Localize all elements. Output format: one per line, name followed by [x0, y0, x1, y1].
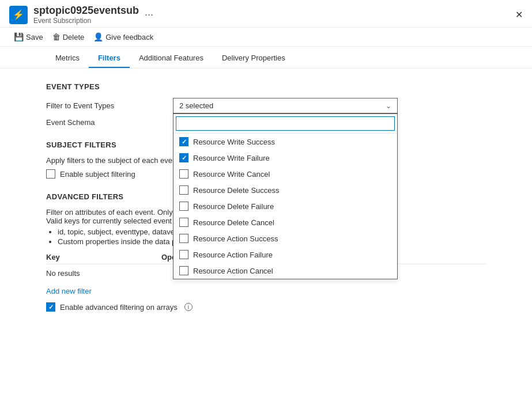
dropdown-item-label: Resource Delete Failure: [193, 202, 274, 211]
page-title: sptopic0925eventsub: [33, 5, 139, 17]
chevron-down-icon: ⌄: [386, 102, 391, 110]
enable-advanced-checkbox[interactable]: [46, 302, 55, 312]
header-title-group: sptopic0925eventsub Event Subscription: [33, 5, 139, 25]
feedback-label: Give feedback: [105, 33, 153, 41]
close-button[interactable]: ✕: [515, 9, 523, 20]
tab-metrics[interactable]: Metrics: [46, 49, 89, 68]
dropdown-item-label: Resource Action Success: [193, 234, 278, 243]
dropdown-item[interactable]: Resource Action Failure: [173, 246, 397, 263]
save-button[interactable]: 💾 Save: [9, 30, 48, 44]
dropdown-item-label: Resource Write Cancel: [193, 170, 270, 179]
filter-event-types-row: Filter to Event Types 2 selected ⌄ Resou…: [46, 98, 486, 113]
col-key-header: Key: [46, 253, 161, 261]
dropdown-item-label: Resource Write Failure: [193, 154, 270, 162]
dropdown-item-checkbox: [179, 234, 188, 243]
dropdown-item-label: Resource Write Success: [193, 138, 275, 146]
dropdown-item[interactable]: Resource Action Cancel: [173, 263, 397, 279]
info-icon[interactable]: i: [184, 303, 193, 311]
event-schema-label: Event Schema: [46, 118, 173, 127]
more-options-icon[interactable]: ···: [145, 9, 153, 21]
tab-delivery[interactable]: Delivery Properties: [213, 49, 295, 68]
delete-icon: 🗑: [52, 32, 61, 41]
tabs: Metrics Filters Additional Features Deli…: [0, 49, 532, 69]
dropdown-item-checkbox: [179, 202, 188, 211]
dropdown-items-list: Resource Write SuccessResource Write Fai…: [173, 134, 397, 279]
dropdown-item-checkbox: [179, 169, 188, 179]
content-area: EVENT TYPES Filter to Event Types 2 sele…: [0, 69, 532, 401]
dropdown-search-input[interactable]: [176, 116, 395, 131]
resource-icon: ⚡: [9, 6, 28, 24]
dropdown-search-container: [173, 114, 397, 134]
tab-additional[interactable]: Additional Features: [130, 49, 213, 68]
dropdown-item[interactable]: Resource Write Failure: [173, 150, 397, 166]
dropdown-item[interactable]: Resource Action Success: [173, 230, 397, 246]
dropdown-item-label: Resource Action Cancel: [193, 267, 273, 275]
dropdown-item-label: Resource Delete Cancel: [193, 218, 274, 227]
enable-subject-checkbox[interactable]: [46, 169, 55, 179]
dropdown-item-checkbox: [179, 185, 188, 195]
delete-button[interactable]: 🗑 Delete: [48, 30, 89, 44]
page-subtitle: Event Subscription: [33, 17, 139, 25]
header-left: ⚡ sptopic0925eventsub Event Subscription…: [9, 5, 153, 25]
event-types-section: EVENT TYPES Filter to Event Types 2 sele…: [46, 82, 486, 127]
toolbar: 💾 Save 🗑 Delete 👤 Give feedback: [0, 28, 532, 47]
dropdown-value: 2 selected: [179, 101, 213, 110]
save-icon: 💾: [14, 32, 24, 41]
event-types-title: EVENT TYPES: [46, 82, 486, 91]
dropdown-item[interactable]: Resource Delete Success: [173, 182, 397, 198]
dropdown-item-checkbox: [179, 250, 188, 259]
dropdown-item[interactable]: Resource Write Cancel: [173, 166, 397, 182]
dropdown-item-checkbox: [179, 137, 188, 146]
dropdown-item-checkbox: [179, 218, 188, 227]
feedback-icon: 👤: [93, 32, 103, 41]
dropdown-item-label: Resource Delete Success: [193, 186, 280, 195]
tab-filters[interactable]: Filters: [89, 49, 130, 68]
dropdown-item-label: Resource Action Failure: [193, 251, 273, 259]
dropdown-item-checkbox: [179, 153, 188, 162]
event-types-dropdown-panel: Resource Write SuccessResource Write Fai…: [173, 113, 398, 279]
dropdown-item[interactable]: Resource Delete Cancel: [173, 214, 397, 230]
event-types-dropdown[interactable]: 2 selected ⌄: [173, 98, 398, 113]
save-label: Save: [26, 33, 43, 41]
dropdown-item-checkbox: [179, 266, 188, 275]
filter-event-types-label: Filter to Event Types: [46, 101, 173, 110]
dropdown-item[interactable]: Resource Write Success: [173, 134, 397, 150]
delete-label: Delete: [63, 33, 85, 41]
add-filter-link[interactable]: Add new filter: [46, 287, 486, 295]
feedback-button[interactable]: 👤 Give feedback: [89, 30, 158, 44]
enable-subject-label: Enable subject filtering: [60, 170, 135, 179]
enable-advanced-label: Enable advanced filtering on arrays: [60, 303, 178, 312]
header: ⚡ sptopic0925eventsub Event Subscription…: [0, 0, 532, 28]
event-types-dropdown-container: 2 selected ⌄ Resource Write SuccessResou…: [173, 98, 398, 113]
enable-advanced-row: Enable advanced filtering on arrays i: [46, 302, 486, 312]
dropdown-item[interactable]: Resource Delete Failure: [173, 198, 397, 214]
